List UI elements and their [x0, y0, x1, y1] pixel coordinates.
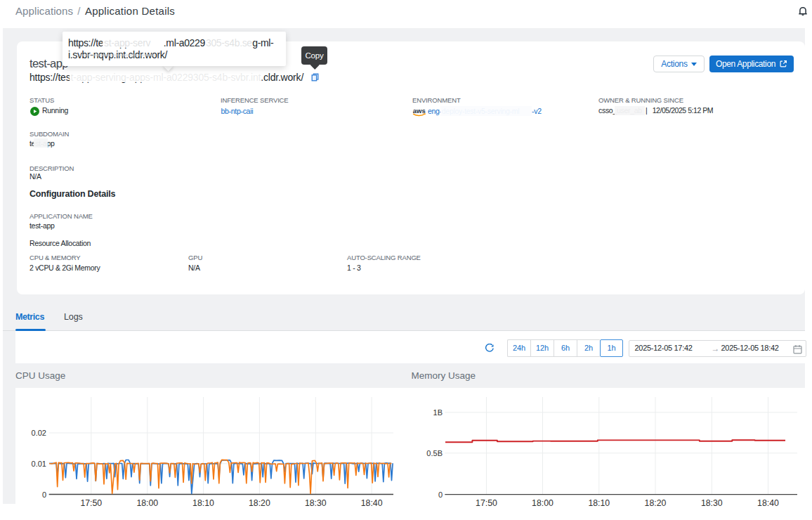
svg-text:18:20: 18:20 — [249, 498, 270, 508]
svg-text:0: 0 — [438, 490, 443, 499]
svg-text:18:30: 18:30 — [305, 498, 327, 508]
svg-text:0.5B: 0.5B — [426, 449, 443, 457]
svg-text:17:50: 17:50 — [80, 498, 102, 508]
svg-text:1B: 1B — [433, 408, 443, 417]
svg-text:18:20: 18:20 — [645, 498, 667, 508]
svg-text:18:30: 18:30 — [701, 498, 723, 508]
svg-text:18:10: 18:10 — [192, 498, 214, 508]
svg-text:18:00: 18:00 — [532, 498, 554, 508]
svg-text:0.02: 0.02 — [32, 429, 46, 437]
svg-text:0: 0 — [42, 490, 46, 499]
svg-text:18:40: 18:40 — [361, 498, 383, 508]
svg-text:18:10: 18:10 — [588, 498, 610, 508]
svg-text:aws: aws — [413, 107, 426, 115]
svg-text:17:50: 17:50 — [476, 498, 497, 508]
svg-text:18:00: 18:00 — [136, 498, 158, 508]
svg-text:0.01: 0.01 — [32, 460, 46, 468]
svg-text:18:40: 18:40 — [757, 498, 779, 508]
